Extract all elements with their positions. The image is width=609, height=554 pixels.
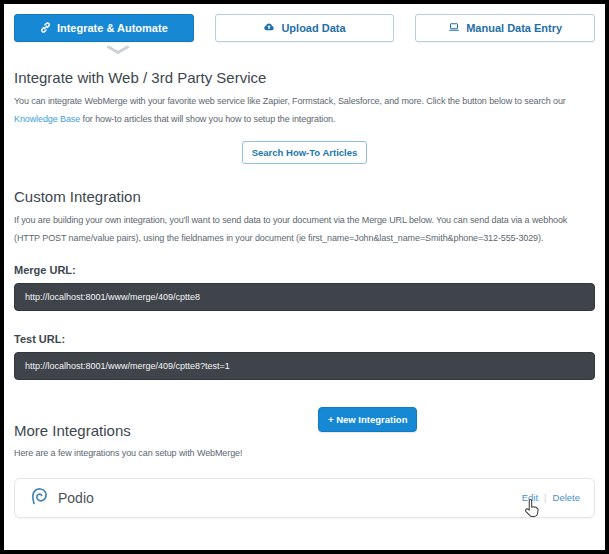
integration-row-podio: Podio Edit | Delete xyxy=(14,478,595,518)
tab-manual-data-entry[interactable]: Manual Data Entry xyxy=(415,14,595,42)
search-button-row: Search How-To Articles xyxy=(14,141,595,164)
app-window: Integrate & Automate Upload Data xyxy=(0,0,609,554)
tab-label: Integrate & Automate xyxy=(57,22,168,34)
knowledge-base-link[interactable]: Knowledge Base xyxy=(14,114,80,124)
data-source-tabs: Integrate & Automate Upload Data xyxy=(14,14,595,42)
tab-label: Manual Data Entry xyxy=(466,22,562,34)
more-integrations-subtitle: Here are a few integrations you can setu… xyxy=(14,445,595,463)
action-separator: | xyxy=(544,492,546,503)
test-url-field[interactable]: http://localhost:8001/www/merge/409/cptt… xyxy=(14,352,595,380)
tab-upload-data[interactable]: Upload Data xyxy=(215,14,395,42)
edit-link[interactable]: Edit xyxy=(522,492,538,503)
merge-url-label: Merge URL: xyxy=(14,264,595,276)
laptop-icon xyxy=(448,21,460,35)
search-how-to-articles-button[interactable]: Search How-To Articles xyxy=(242,141,368,164)
integrate-section-description: You can integrate WebMerge with your fav… xyxy=(14,93,595,128)
chevron-down-icon xyxy=(106,45,130,55)
podio-icon xyxy=(29,486,49,510)
more-integrations-section: + New Integration More Integrations Here… xyxy=(14,422,595,518)
tab-integrate-automate[interactable]: Integrate & Automate xyxy=(14,14,194,42)
active-tab-indicator xyxy=(14,45,595,59)
custom-integration-description: If you are building your own integration… xyxy=(14,212,595,247)
description-text: You can integrate WebMerge with your fav… xyxy=(14,96,566,106)
link-icon xyxy=(40,22,51,35)
new-integration-button[interactable]: + New Integration xyxy=(318,407,417,432)
more-integrations-title: More Integrations xyxy=(14,422,595,439)
integration-name: Podio xyxy=(58,490,94,506)
cloud-upload-icon xyxy=(263,21,275,35)
description-text-after: for how-to articles that will show you h… xyxy=(80,114,335,124)
custom-integration-title: Custom Integration xyxy=(14,188,595,205)
merge-url-field[interactable]: http://localhost:8001/www/merge/409/cptt… xyxy=(14,283,595,311)
integration-actions: Edit | Delete xyxy=(522,492,580,503)
integrate-section-title: Integrate with Web / 3rd Party Service xyxy=(14,69,595,86)
tab-label: Upload Data xyxy=(281,22,345,34)
test-url-label: Test URL: xyxy=(14,333,595,345)
integrations-page: Integrate & Automate Upload Data xyxy=(4,4,605,518)
delete-link[interactable]: Delete xyxy=(553,492,580,503)
